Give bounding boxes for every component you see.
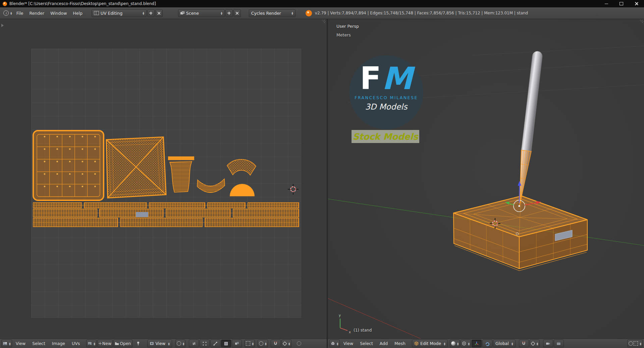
uv-menu-image[interactable]: Image xyxy=(49,341,68,346)
dropdown-arrows-icon xyxy=(221,11,222,15)
units-label: Meters xyxy=(336,32,351,38)
image-new-button[interactable]: New xyxy=(97,340,113,347)
info-header: File Render Window Help UV Editing Scene… xyxy=(0,7,644,19)
manipulator-translate-button[interactable] xyxy=(472,340,482,347)
uv-sticky-select-button[interactable] xyxy=(245,340,255,347)
menu-file[interactable]: File xyxy=(13,11,26,16)
uv-vertex-select-button[interactable] xyxy=(200,340,210,347)
screen-layout-selector[interactable]: UV Editing xyxy=(92,9,147,17)
island-select-icon xyxy=(235,342,239,346)
region-expand-arrow-icon[interactable] xyxy=(1,24,4,27)
dropdown-arrows-icon xyxy=(291,11,293,15)
dropdown-arrows-icon xyxy=(265,342,267,345)
delete-scene-button[interactable] xyxy=(233,9,241,17)
uv-menu-view[interactable]: View xyxy=(13,341,29,346)
image-datablock-icon xyxy=(88,342,92,345)
pin-icon xyxy=(136,341,140,346)
plus-icon xyxy=(149,12,152,15)
mini-axis-gizmo: y x xyxy=(330,312,354,335)
menu-window[interactable]: Window xyxy=(47,11,70,16)
render-engine-selector[interactable]: Cycles Render xyxy=(249,9,296,17)
uv-edge-select-button[interactable] xyxy=(210,340,220,347)
snap-element-icon xyxy=(531,342,535,346)
uv-island-ribbon[interactable] xyxy=(197,179,225,193)
snap-toggle-button[interactable] xyxy=(519,340,529,347)
viewport-editor-type-button[interactable] xyxy=(329,340,340,347)
viewport-shading-button[interactable] xyxy=(450,340,460,347)
uv-2d-cursor[interactable] xyxy=(288,184,299,195)
uv-menu-uvs[interactable]: UVs xyxy=(69,341,83,346)
close-button[interactable] xyxy=(629,0,644,7)
mode-value: Edit Mode xyxy=(420,341,441,346)
image-pin-button[interactable] xyxy=(133,340,143,347)
image-browse-button[interactable] xyxy=(86,340,97,347)
opengl-render-anim-button[interactable] xyxy=(554,340,564,347)
v3d-menu-select[interactable]: Select xyxy=(357,341,376,346)
uv-island-column[interactable] xyxy=(168,156,194,192)
uv-island-select-button[interactable] xyxy=(232,340,242,347)
new-button-label: New xyxy=(102,341,111,346)
v3d-menu-view[interactable]: View xyxy=(340,341,357,346)
uv-island-base-top[interactable] xyxy=(106,137,166,198)
uv-canvas[interactable] xyxy=(31,48,302,319)
rotate-arc-icon xyxy=(485,341,490,346)
menu-help[interactable]: Help xyxy=(70,11,86,16)
transform-orientation-selector[interactable]: Global xyxy=(493,340,516,347)
orientation-value: Global xyxy=(495,341,509,346)
uv-mode-selector[interactable]: View xyxy=(147,340,172,347)
watermark-stock-models: Stock Models xyxy=(352,130,419,143)
add-layout-button[interactable] xyxy=(147,9,155,17)
dropdown-arrows-icon xyxy=(512,342,513,345)
plus-icon xyxy=(99,342,102,345)
sticky-select-icon xyxy=(246,341,250,346)
uv-menu-select[interactable]: Select xyxy=(29,341,48,346)
manipulator-z-arrow xyxy=(519,185,520,203)
render-anim-icon xyxy=(556,342,561,345)
uv-mode-value: View xyxy=(156,341,166,346)
uv-sync-select-button[interactable] xyxy=(189,340,199,347)
close-icon xyxy=(235,12,238,15)
shading-sphere-icon xyxy=(451,341,455,346)
add-scene-button[interactable] xyxy=(225,9,233,17)
info-editor-type-button[interactable] xyxy=(2,9,13,17)
watermark-author: FRANCESCO MILANESE xyxy=(355,95,418,100)
uv-editor-type-button[interactable] xyxy=(1,340,12,347)
v3d-menu-add[interactable]: Add xyxy=(377,341,391,346)
header-more-button[interactable] xyxy=(627,340,643,347)
uv-island-lid[interactable] xyxy=(33,131,104,200)
pivot-point-button[interactable] xyxy=(461,340,471,347)
scene-value: Scene xyxy=(186,11,199,16)
image-open-button[interactable]: Open xyxy=(113,340,132,347)
pen-stand-base[interactable] xyxy=(453,196,587,271)
scene-icon xyxy=(180,11,184,15)
manipulator-rotate-button[interactable] xyxy=(482,340,492,347)
mini-axis-x-label: x xyxy=(349,330,351,334)
blender-app-icon xyxy=(3,2,7,6)
screen-layout-icon xyxy=(94,11,99,15)
scene-selector[interactable]: Scene xyxy=(178,9,225,17)
opengl-render-image-button[interactable] xyxy=(543,340,553,347)
mode-selector[interactable]: Edit Mode xyxy=(412,340,448,347)
uv-snap-toggle-button[interactable] xyxy=(271,340,281,347)
menu-render[interactable]: Render xyxy=(26,11,48,16)
uv-draw-other-objects-button[interactable] xyxy=(294,340,304,347)
maximize-button[interactable] xyxy=(614,0,629,7)
uv-proportional-edit-button[interactable] xyxy=(258,340,268,347)
render-camera-icon xyxy=(546,342,550,345)
uv-unselected-face[interactable] xyxy=(136,212,148,217)
dropdown-arrows-icon xyxy=(444,342,445,345)
uv-snap-element-button[interactable] xyxy=(281,340,291,347)
uv-island-fan[interactable] xyxy=(227,159,256,196)
v3d-menu-mesh[interactable]: Mesh xyxy=(391,341,409,346)
proportional-edit-icon xyxy=(259,341,263,346)
pen-object[interactable] xyxy=(520,51,542,206)
dropdown-arrows-icon xyxy=(94,342,95,345)
minimize-button[interactable] xyxy=(599,0,614,7)
uv-island-strips[interactable] xyxy=(33,203,299,227)
plus-icon xyxy=(227,12,230,15)
uv-face-select-button[interactable] xyxy=(221,340,231,347)
region-split-grip[interactable] xyxy=(321,20,325,24)
snap-element-button[interactable] xyxy=(530,340,540,347)
uv-pivot-button[interactable] xyxy=(175,340,186,347)
delete-layout-button[interactable] xyxy=(155,9,163,17)
